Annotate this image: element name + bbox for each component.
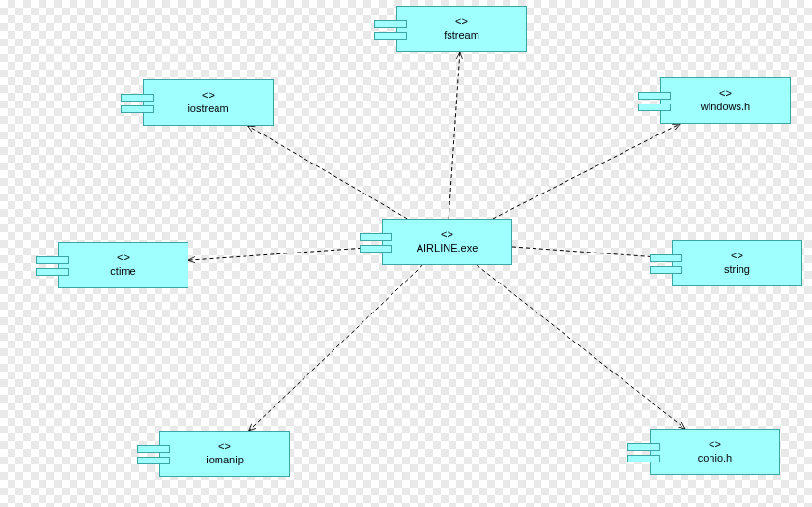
lug-icon <box>360 245 392 253</box>
lug-icon <box>650 254 682 262</box>
library-conioh[interactable]: <>conio.h <box>650 429 780 475</box>
lug-icon <box>121 94 154 102</box>
stereotype-label: <> <box>651 438 779 452</box>
stereotype-label: <> <box>59 252 188 265</box>
lug-icon <box>137 457 170 464</box>
library-windowsh[interactable]: <>windows.h <box>660 77 791 124</box>
stereotype-label: <> <box>383 228 511 242</box>
library-string[interactable]: <>string <box>672 240 802 286</box>
component-name: string <box>673 263 801 277</box>
lug-icon <box>36 268 69 276</box>
dependency-edge <box>188 247 382 260</box>
diagram-canvas: <>AIRLINE.exe<>fstream<>iostream<>window… <box>0 0 812 507</box>
component-name: windows.h <box>661 101 790 114</box>
component-icon <box>650 254 688 278</box>
lug-icon <box>638 104 671 111</box>
component-name: conio.h <box>651 452 779 465</box>
component-icon <box>360 233 398 256</box>
component-icon <box>121 94 160 117</box>
stereotype-label: <> <box>144 89 273 103</box>
lug-icon <box>374 20 407 28</box>
lug-icon <box>627 455 660 462</box>
dependency-edge <box>493 124 680 219</box>
lug-icon <box>360 233 392 241</box>
dependency-edge <box>512 247 672 258</box>
dependency-edge <box>249 265 423 431</box>
stereotype-label: <> <box>661 87 790 101</box>
lug-icon <box>121 105 154 113</box>
lug-icon <box>374 32 407 40</box>
dependency-edge <box>449 52 460 219</box>
component-name: iomanip <box>160 454 289 467</box>
lug-icon <box>627 443 660 451</box>
library-iomanip[interactable]: <>iomanip <box>160 431 290 477</box>
component-icon <box>137 445 176 468</box>
lug-icon <box>638 92 671 100</box>
library-ctime[interactable]: <>ctime <box>58 242 188 288</box>
component-name: iostream <box>144 103 273 116</box>
lug-icon <box>36 256 69 264</box>
dependency-edge <box>477 265 685 429</box>
component-name: AIRLINE.exe <box>383 242 511 255</box>
dependency-edge <box>248 126 408 219</box>
component-icon <box>36 256 74 280</box>
stereotype-label: <> <box>673 250 801 263</box>
stereotype-label: <> <box>397 15 526 29</box>
library-iostream[interactable]: <>iostream <box>143 79 274 126</box>
component-icon <box>374 20 413 44</box>
library-fstream[interactable]: <>fstream <box>396 6 527 52</box>
component-icon <box>627 443 666 466</box>
stereotype-label: <> <box>160 440 289 454</box>
component-name: fstream <box>397 29 526 43</box>
executable-airline[interactable]: <>AIRLINE.exe <box>382 219 512 265</box>
lug-icon <box>650 266 682 274</box>
component-name: ctime <box>59 265 188 279</box>
component-icon <box>638 92 677 115</box>
lug-icon <box>137 445 170 453</box>
